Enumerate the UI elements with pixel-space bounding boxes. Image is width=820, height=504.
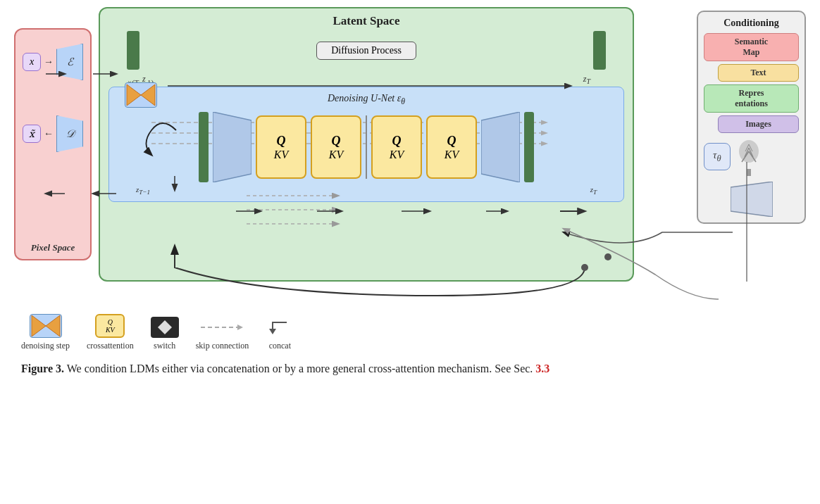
caption-text: We condition LDMs either via concatenati… [67, 363, 536, 374]
attn-block-3: Q KV [371, 115, 422, 179]
legend-skip-label: skip connection [196, 341, 249, 351]
attn-block-1: Q KV [256, 115, 306, 179]
zt2-label: zT [590, 185, 597, 196]
tau-block: τθ [704, 143, 731, 170]
switch-svg [157, 320, 173, 335]
denoising-step-icon [125, 82, 157, 108]
cond-text: Text [718, 64, 799, 82]
unet-right-bar [524, 112, 534, 182]
q4: Q [447, 134, 456, 149]
svg-marker-32 [731, 182, 773, 217]
attn-block-2: Q KV [311, 115, 361, 179]
cond-semantic: SemanticMap [704, 33, 799, 61]
legend-switch-label: switch [154, 341, 175, 351]
conditioning-box: Conditioning SemanticMap Text Representa… [697, 11, 806, 224]
svg-marker-34 [46, 315, 60, 336]
legend-q: Q [108, 318, 113, 326]
legend-concat-icon [266, 317, 294, 338]
zt-label: zT [583, 74, 590, 85]
svg-marker-37 [237, 325, 243, 330]
concat-arrow-svg [266, 319, 294, 336]
bowtie-svg [125, 83, 156, 107]
decoder-funnel [481, 112, 520, 182]
left-dark-bar-top [127, 31, 139, 70]
svg-marker-23 [481, 112, 520, 182]
concat-indicator [604, 253, 611, 260]
diffusion-row: Diffusion Process [106, 31, 627, 70]
svg-marker-20 [127, 84, 141, 106]
legend-kv: KV [106, 326, 115, 334]
svg-marker-21 [141, 84, 155, 106]
kv4: KV [445, 149, 459, 161]
legend-switch: switch [151, 317, 179, 351]
legend-denoising: denoising step [21, 314, 70, 351]
conditioning-funnel-svg [731, 182, 773, 217]
x-tilde-label: x̃ [23, 125, 41, 143]
svg-marker-35 [158, 320, 172, 334]
legend-concat-label: concat [269, 341, 291, 351]
caption-ref: 3.3 [535, 363, 549, 374]
main-container: x → ℰ x̃ ← 𝒟 Pixel Space Latent Space Di… [0, 0, 820, 385]
caption: Figure 3. We condition LDMs either via c… [14, 360, 806, 378]
svg-rect-24 [747, 169, 751, 176]
decoder-row: x̃ ← 𝒟 [23, 115, 83, 152]
latent-space-title: Latent Space [106, 14, 627, 28]
kv2: KV [329, 149, 343, 161]
unet-left-bar [199, 112, 209, 182]
tau-row: τθ [704, 137, 799, 176]
legend-skip-icon [201, 317, 243, 338]
legend-bowtie [30, 315, 61, 337]
concat-dot [604, 253, 611, 260]
cond-trapezoid [704, 182, 799, 217]
legend-crossattn-icon: Q KV [95, 314, 125, 338]
x-label: x [23, 53, 41, 71]
cond-repr: Representations [704, 84, 799, 113]
skip-line-svg [201, 324, 243, 331]
encoder-block: ℰ [56, 44, 83, 80]
right-dark-bar-top [593, 31, 606, 70]
legend-denoising-label: denoising step [21, 341, 70, 351]
figure-num: Figure 3. [21, 363, 64, 374]
arrow-x-enc: → [44, 56, 54, 68]
svg-marker-33 [32, 315, 46, 336]
encoder-funnel [213, 112, 251, 182]
legend-denoising-icon [30, 314, 62, 338]
q1: Q [277, 134, 286, 149]
diffusion-process-box: Diffusion Process [316, 42, 416, 60]
cond-images: Images [718, 115, 799, 133]
unet-title: Denoising U-Net εθ [115, 93, 618, 106]
legend-switch-icon [151, 317, 179, 338]
decoder-block: 𝒟 [56, 115, 83, 152]
svg-marker-22 [213, 112, 251, 182]
diagram-area: x → ℰ x̃ ← 𝒟 Pixel Space Latent Space Di… [14, 7, 806, 310]
zt1-label: zT−1 [136, 185, 150, 196]
latent-space-box: Latent Space Diffusion Process z zT Deno… [99, 7, 634, 282]
kv1: KV [274, 149, 288, 161]
unet-inner: ×(T − 1) Q KV [115, 112, 618, 182]
tree-icon [735, 137, 763, 176]
unet-middle-sep [366, 115, 367, 179]
svg-marker-38 [269, 329, 276, 334]
z-labels-row: z zT [106, 74, 627, 85]
legend-crossattn-label: crossattention [87, 341, 134, 351]
q2: Q [332, 134, 341, 149]
unet-box: Denoising U-Net εθ [108, 87, 624, 202]
arrow-dec-x: ← [44, 128, 54, 139]
conditioning-title: Conditioning [704, 18, 799, 29]
q3: Q [392, 134, 402, 149]
pixel-space-label: Pixel Space [31, 242, 75, 253]
kv3: KV [390, 149, 404, 161]
legend-skip: skip connection [196, 317, 249, 351]
legend-row: denoising step Q KV crossattention switc… [14, 314, 806, 351]
attn-block-4: Q KV [426, 115, 477, 179]
unet-z-labels: zT−1 zT [115, 185, 618, 196]
pixel-space-box: x → ℰ x̃ ← 𝒟 Pixel Space [14, 28, 92, 260]
legend-crossattention: Q KV crossattention [87, 314, 134, 351]
legend-concat: concat [266, 317, 294, 351]
encoder-row: x → ℰ [23, 44, 83, 80]
